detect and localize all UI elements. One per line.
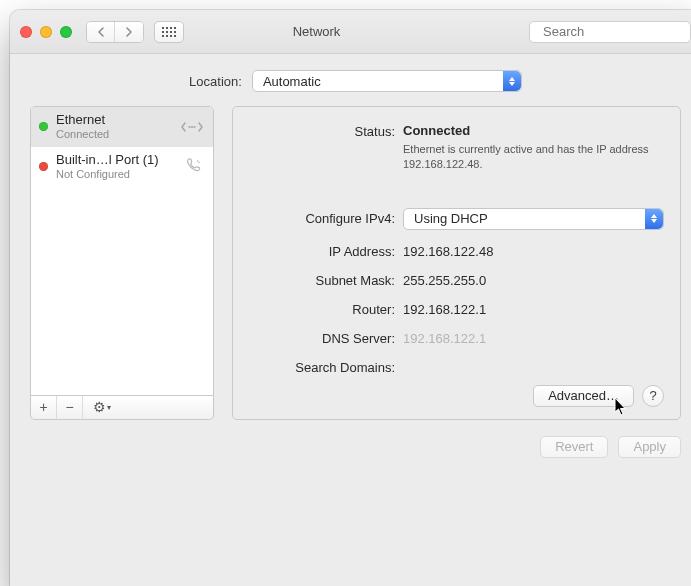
ipv4-select-wrap: Using DHCP bbox=[403, 208, 664, 230]
gear-icon: ⚙︎ bbox=[93, 399, 106, 415]
location-row: Location: Automatic bbox=[10, 54, 691, 106]
svg-point-3 bbox=[191, 126, 193, 128]
close-window-button[interactable] bbox=[20, 26, 32, 38]
back-button[interactable] bbox=[87, 22, 115, 42]
interface-item-builtin-port[interactable]: Built-in…l Port (1) Not Configured bbox=[31, 147, 213, 187]
stepper-icon bbox=[645, 209, 663, 229]
body: Ethernet Connected Built-in…l Port (1) N… bbox=[10, 106, 691, 436]
ethernet-icon bbox=[181, 119, 205, 135]
search-input[interactable] bbox=[541, 23, 691, 40]
svg-point-6 bbox=[198, 162, 200, 164]
interface-sidebar: Ethernet Connected Built-in…l Port (1) N… bbox=[30, 106, 214, 420]
stepper-icon bbox=[503, 71, 521, 91]
remove-interface-button[interactable]: − bbox=[57, 396, 83, 419]
dns-label: DNS Server: bbox=[249, 331, 395, 346]
interface-status: Connected bbox=[56, 128, 173, 141]
router-value: 192.168.122.1 bbox=[403, 302, 664, 317]
apply-button[interactable]: Apply bbox=[618, 436, 681, 458]
search-domains-label: Search Domains: bbox=[249, 360, 395, 375]
advanced-button[interactable]: Advanced… bbox=[533, 385, 634, 407]
detail-grid: Status: Connected Ethernet is currently … bbox=[249, 123, 664, 375]
interface-name: Built-in…l Port (1) bbox=[56, 153, 173, 168]
interface-tools: + − ⚙︎ ▾ bbox=[30, 396, 214, 420]
traffic-lights bbox=[20, 26, 72, 38]
phone-icon bbox=[181, 156, 205, 177]
ipv4-select[interactable]: Using DHCP bbox=[403, 208, 664, 230]
router-label: Router: bbox=[249, 302, 395, 317]
mask-value: 255.255.255.0 bbox=[403, 273, 664, 288]
location-value: Automatic bbox=[263, 74, 321, 89]
dns-value: 192.168.122.1 bbox=[403, 331, 664, 346]
location-select[interactable]: Automatic bbox=[252, 70, 522, 92]
status-value-block: Connected Ethernet is currently active a… bbox=[403, 123, 664, 172]
status-dot-icon bbox=[39, 122, 48, 131]
interface-name: Ethernet bbox=[56, 113, 173, 128]
detail-footer: Advanced… ? bbox=[249, 375, 664, 407]
ipv4-value: Using DHCP bbox=[414, 211, 488, 226]
status-sub: Ethernet is currently active and has the… bbox=[403, 142, 653, 172]
add-interface-button[interactable]: + bbox=[31, 396, 57, 419]
window-footer: Revert Apply bbox=[10, 436, 691, 474]
interface-actions-menu[interactable]: ⚙︎ ▾ bbox=[83, 396, 121, 419]
detail-panel: Status: Connected Ethernet is currently … bbox=[232, 106, 681, 420]
ip-value: 192.168.122.48 bbox=[403, 244, 664, 259]
help-button[interactable]: ? bbox=[642, 385, 664, 407]
network-prefs-window: Network Location: Automatic Ethernet Con… bbox=[10, 10, 691, 586]
minimize-window-button[interactable] bbox=[40, 26, 52, 38]
titlebar: Network bbox=[10, 10, 691, 54]
interface-list[interactable]: Ethernet Connected Built-in…l Port (1) N… bbox=[30, 106, 214, 396]
chevron-down-icon: ▾ bbox=[107, 403, 111, 412]
status-label: Status: bbox=[249, 123, 395, 139]
svg-point-4 bbox=[193, 126, 195, 128]
mask-label: Subnet Mask: bbox=[249, 273, 395, 288]
interface-item-ethernet[interactable]: Ethernet Connected bbox=[31, 107, 213, 147]
location-label: Location: bbox=[189, 74, 242, 89]
svg-point-5 bbox=[197, 160, 199, 162]
interface-status: Not Configured bbox=[56, 168, 173, 181]
chevron-left-icon bbox=[97, 27, 105, 37]
window-title: Network bbox=[114, 24, 519, 39]
revert-button[interactable]: Revert bbox=[540, 436, 608, 458]
status-dot-icon bbox=[39, 162, 48, 171]
search-field[interactable] bbox=[529, 21, 691, 43]
svg-point-2 bbox=[188, 126, 190, 128]
zoom-window-button[interactable] bbox=[60, 26, 72, 38]
ipv4-label: Configure IPv4: bbox=[249, 211, 395, 226]
status-value: Connected bbox=[403, 123, 664, 138]
ip-label: IP Address: bbox=[249, 244, 395, 259]
